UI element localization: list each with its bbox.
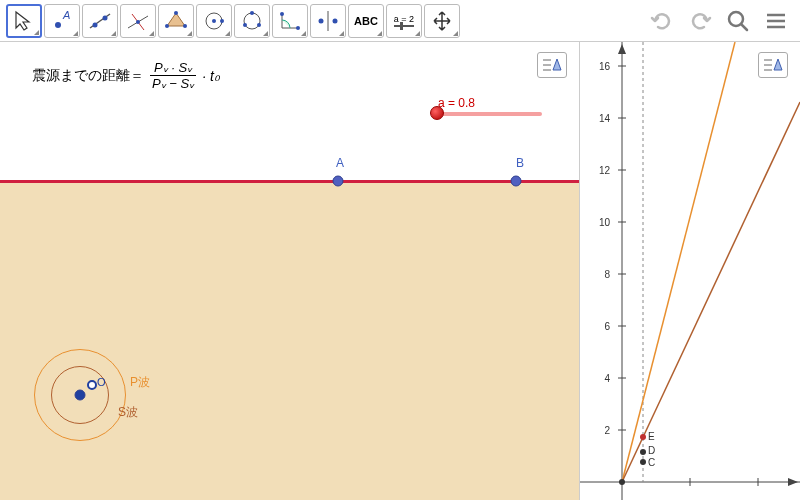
text-tool-label: ABC (354, 15, 378, 27)
tool-move-view[interactable] (424, 4, 460, 38)
tool-polygon[interactable] (158, 4, 194, 38)
svg-point-19 (280, 12, 284, 16)
tool-text[interactable]: ABC (348, 4, 384, 38)
tool-line[interactable] (82, 4, 118, 38)
svg-point-10 (183, 24, 187, 28)
svg-point-17 (243, 23, 247, 27)
search-button[interactable] (720, 3, 756, 39)
point-hypocenter[interactable] (75, 390, 86, 401)
undo-button[interactable] (644, 3, 680, 39)
slider-track[interactable] (432, 112, 542, 116)
svg-point-64 (640, 434, 646, 440)
view-settings-button-1[interactable] (537, 52, 567, 78)
svg-text:16: 16 (599, 61, 611, 72)
svg-marker-39 (618, 44, 626, 54)
svg-text:10: 10 (599, 217, 611, 228)
slider-thumb[interactable] (430, 106, 444, 120)
slider-a[interactable]: a = 0.8 (432, 96, 542, 116)
p-wave-label: P波 (130, 374, 150, 391)
s-wave-label: S波 (118, 404, 138, 421)
svg-text:A: A (62, 9, 70, 21)
svg-point-60 (640, 459, 646, 465)
tool-slider[interactable]: a = 2 (386, 4, 422, 38)
svg-point-3 (93, 22, 98, 27)
tool-reflect[interactable] (310, 4, 346, 38)
ground-area (0, 183, 579, 500)
svg-point-4 (103, 15, 108, 20)
graphics-view-2[interactable]: 2 4 6 8 10 12 14 16 C D E (580, 42, 800, 500)
svg-text:4: 4 (604, 373, 610, 384)
svg-text:6: 6 (604, 321, 610, 332)
graphics-view-1[interactable]: 震源までの距離＝ Pᵥ · Sᵥ Pᵥ − Sᵥ · t₀ a = 0.8 A … (0, 42, 580, 500)
slider-a-label: a = 0.8 (438, 96, 542, 110)
menu-button[interactable] (758, 3, 794, 39)
svg-point-9 (174, 11, 178, 15)
svg-point-7 (136, 20, 140, 24)
tool-move[interactable] (6, 4, 42, 38)
graph-s-line[interactable] (622, 102, 800, 482)
formula-tail: · t₀ (202, 68, 220, 84)
slider-tool-label: a = 2 (394, 14, 414, 24)
workspace: 震源までの距離＝ Pᵥ · Sᵥ Pᵥ − Sᵥ · t₀ a = 0.8 A … (0, 42, 800, 500)
point-a[interactable] (333, 176, 344, 187)
svg-text:2: 2 (604, 425, 610, 436)
toolbar: A ABC a = 2 (0, 0, 800, 42)
svg-point-14 (220, 19, 224, 23)
svg-point-16 (250, 11, 254, 15)
formula-lhs: 震源までの距離＝ (32, 67, 144, 85)
redo-button[interactable] (682, 3, 718, 39)
formula-fraction: Pᵥ · Sᵥ Pᵥ − Sᵥ (148, 60, 198, 91)
svg-marker-40 (788, 478, 798, 486)
svg-point-62 (640, 449, 646, 455)
svg-point-13 (212, 19, 216, 23)
tool-circle-center[interactable] (196, 4, 232, 38)
point-b[interactable] (511, 176, 522, 187)
svg-point-20 (296, 26, 300, 30)
svg-point-22 (319, 18, 324, 23)
svg-text:E: E (648, 431, 655, 442)
point-o-label: O (97, 376, 106, 388)
svg-point-0 (55, 22, 61, 28)
svg-text:D: D (648, 445, 655, 456)
svg-line-25 (741, 24, 747, 30)
graph-svg: 2 4 6 8 10 12 14 16 C D E (580, 42, 800, 500)
svg-point-15 (244, 13, 260, 29)
tool-point[interactable]: A (44, 4, 80, 38)
svg-point-23 (333, 18, 338, 23)
formula: 震源までの距離＝ Pᵥ · Sᵥ Pᵥ − Sᵥ · t₀ (32, 60, 220, 91)
tool-angle[interactable] (272, 4, 308, 38)
svg-text:8: 8 (604, 269, 610, 280)
svg-marker-32 (553, 59, 561, 70)
graph-p-line[interactable] (622, 42, 735, 482)
point-o[interactable] (87, 380, 97, 390)
svg-text:C: C (648, 457, 655, 468)
tool-circle-3pt[interactable] (234, 4, 270, 38)
svg-text:12: 12 (599, 165, 611, 176)
tool-perpendicular[interactable] (120, 4, 156, 38)
point-b-label: B (516, 156, 524, 170)
point-a-label: A (336, 156, 344, 170)
svg-point-18 (257, 23, 261, 27)
svg-text:14: 14 (599, 113, 611, 124)
svg-point-59 (619, 479, 625, 485)
svg-point-11 (165, 24, 169, 28)
